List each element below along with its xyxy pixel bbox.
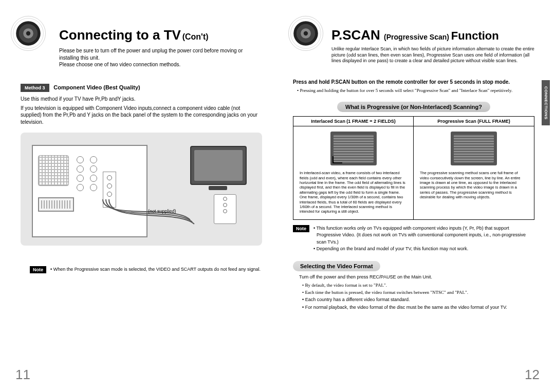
right-intro: Unlike regular Interlace Scan, in which … xyxy=(331,46,534,64)
vf-list: • By default, the video format is set to… xyxy=(305,282,534,311)
method-title: Component Video (Best Quality) xyxy=(53,84,140,90)
device-rear-panel xyxy=(32,145,147,237)
title-prog-scan: (Progressive Scan) xyxy=(384,33,451,41)
jack-column-1 xyxy=(74,154,86,193)
vf-lead: Turn off the power and then press REC/PA… xyxy=(299,274,534,279)
col1-text: In interlaced-scan video, a frame consis… xyxy=(300,171,407,214)
vf-b2: • Each time the button is pressed, the v… xyxy=(305,289,534,296)
progressive-thumb-icon xyxy=(451,132,497,165)
page-right: CONNECTIONS P.SCAN (Progressive Scan) Fu… xyxy=(278,0,555,392)
interlaced-thumb-icon: even odd xyxy=(330,132,377,165)
scart-connector-icon xyxy=(38,197,74,212)
not-supplied-label: (not supplied) xyxy=(148,209,176,214)
connection-diagram: (not supplied) xyxy=(21,133,262,246)
svg-point-11 xyxy=(304,31,308,35)
section-pill-2: Selecting the Video Format xyxy=(293,261,380,271)
note-badge: Note xyxy=(30,266,46,273)
component-jacks xyxy=(103,172,116,208)
note-row-right: Note • This function works only on TVs e… xyxy=(293,225,534,253)
title-cont: (Con't) xyxy=(182,32,209,41)
title-main: Connecting to a TV xyxy=(59,27,181,43)
svg-point-5 xyxy=(26,31,30,35)
vf-b4: • For normal playback, the video format … xyxy=(305,304,534,311)
page-number-right: 12 xyxy=(525,367,540,383)
intro-line1: Please be sure to turn off the power and… xyxy=(59,47,262,61)
title-function: Function xyxy=(451,29,499,42)
press-bullet: • Pressing and holding the button for ov… xyxy=(300,88,534,94)
tv-stand-icon xyxy=(209,186,227,190)
intro-block: Please be sure to turn off the power and… xyxy=(59,47,262,68)
method-badge: Method 3 xyxy=(21,84,49,92)
page-title-left: Connecting to a TV (Con't) xyxy=(59,27,262,43)
section-pill-1: What is Progressive (or Non-Interlaced) … xyxy=(337,102,490,112)
note-row-left: Note • When the Progressive scan mode is… xyxy=(30,266,262,273)
vf-b1: • By default, the video format is set to… xyxy=(305,282,534,289)
note2-b1: • This function works only on TVs equipp… xyxy=(317,225,534,246)
speaker-icon xyxy=(10,15,46,51)
jack-column-2 xyxy=(87,154,100,193)
method-para: If you television is equipped with Compo… xyxy=(21,105,262,126)
vent-icon xyxy=(38,155,69,186)
thumb-even-odd: even odd xyxy=(332,156,342,163)
method-header: Method 3 Component Video (Best Quality) xyxy=(21,84,262,92)
tv-rear-panel xyxy=(214,194,236,224)
col2-head: Progressive Scan (FULL FRAME) xyxy=(414,117,534,126)
tv-icon xyxy=(190,146,247,185)
page-left: Connecting to a TV (Con't) Please be sur… xyxy=(0,0,278,392)
compare-col-progressive: The progressive scanning method scans on… xyxy=(414,126,534,219)
title-pscan: P.SCAN xyxy=(331,27,384,43)
vf-b3: • Each country has a different video for… xyxy=(305,296,534,303)
note2-list: • This function works only on TVs equipp… xyxy=(313,225,534,253)
method-desc: Use this method if your TV have Pr,Pb an… xyxy=(21,96,262,102)
col2-text: The progressive scanning method scans on… xyxy=(420,171,528,199)
compare-head: Interlaced Scan (1 FRAME = 2 FIELDS) Pro… xyxy=(293,117,534,126)
compare-body: even odd In interlaced-scan video, a fra… xyxy=(293,126,534,219)
speaker-icon xyxy=(288,15,324,51)
compare-table: Interlaced Scan (1 FRAME = 2 FIELDS) Pro… xyxy=(293,116,534,219)
page-number-left: 11 xyxy=(15,367,30,383)
intro-line2: Please choose one of two video connectio… xyxy=(59,61,262,68)
note-badge-2: Note xyxy=(293,225,309,232)
note2-b2: • Depending on the brand and model of yo… xyxy=(317,246,534,253)
page-title-right: P.SCAN (Progressive Scan) Function xyxy=(331,27,534,43)
section-tab: CONNECTIONS xyxy=(542,80,550,125)
press-instruction: Press and hold P.SCAN button on the remo… xyxy=(293,79,534,86)
press-block: Press and hold P.SCAN button on the remo… xyxy=(293,79,534,94)
compare-col-interlaced: even odd In interlaced-scan video, a fra… xyxy=(293,126,414,219)
note-text: • When the Progressive scan mode is sele… xyxy=(50,266,261,272)
col1-head: Interlaced Scan (1 FRAME = 2 FIELDS) xyxy=(293,117,414,126)
